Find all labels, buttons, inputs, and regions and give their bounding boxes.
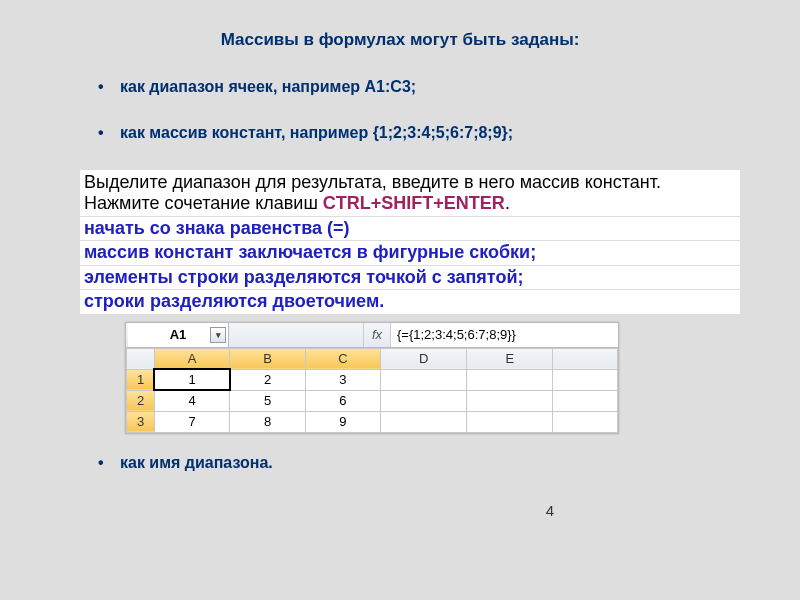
hotkey-text: CTRL+SHIFT+ENTER <box>323 193 505 213</box>
instruction-suffix: . <box>505 193 510 213</box>
cell-d3[interactable] <box>381 411 467 432</box>
col-header-extra[interactable] <box>553 348 618 369</box>
cell-b3[interactable]: 8 <box>230 411 305 432</box>
note-colon: строки разделяются двоеточием. <box>80 289 740 313</box>
instruction-line2: Нажмите сочетание клавиш CTRL+SHIFT+ENTE… <box>80 193 740 216</box>
col-header-d[interactable]: D <box>381 348 467 369</box>
cell-d1[interactable] <box>381 369 467 390</box>
note-braces: массив констант заключается в фигурные с… <box>80 240 740 264</box>
cell-f3[interactable] <box>553 411 618 432</box>
instruction-prefix: Нажмите сочетание клавиш <box>84 193 323 213</box>
row-header-3[interactable]: 3 <box>127 411 155 432</box>
cell-b1[interactable]: 2 <box>230 369 305 390</box>
cell-e1[interactable] <box>467 369 553 390</box>
cell-a2[interactable]: 4 <box>154 390 229 411</box>
name-box[interactable]: A1 ▾ <box>128 323 229 347</box>
table-row: 3 7 8 9 <box>127 411 618 432</box>
cell-d2[interactable] <box>381 390 467 411</box>
bullet-range: как диапазон ячеек, например А1:С3; <box>120 78 740 96</box>
cell-e2[interactable] <box>467 390 553 411</box>
note-semicolon: элементы строки разделяются точкой с зап… <box>80 265 740 289</box>
instruction-box: Выделите диапазон для результата, введит… <box>80 170 740 314</box>
instruction-line1: Выделите диапазон для результата, введит… <box>80 170 740 193</box>
formula-bar[interactable]: {={1;2;3:4;5;6:7;8;9}} <box>391 323 618 347</box>
row-header-1[interactable]: 1 <box>127 369 155 390</box>
col-header-c[interactable]: C <box>305 348 380 369</box>
cell-f1[interactable] <box>553 369 618 390</box>
cell-b2[interactable]: 5 <box>230 390 305 411</box>
select-all-corner[interactable] <box>127 348 155 369</box>
cell-a1[interactable]: 1 <box>154 369 229 390</box>
page-number: 4 <box>60 502 740 519</box>
col-header-b[interactable]: B <box>230 348 305 369</box>
table-row: 1 1 2 3 <box>127 369 618 390</box>
cell-c2[interactable]: 6 <box>305 390 380 411</box>
grid[interactable]: A B C D E 1 1 2 3 2 4 5 6 <box>126 348 618 433</box>
cell-c3[interactable]: 9 <box>305 411 380 432</box>
bullet-range-name: как имя диапазона. <box>120 454 740 472</box>
spreadsheet: A1 ▾ fx {={1;2;3:4;5;6:7;8;9}} A B C D E… <box>125 322 619 434</box>
row-header-2[interactable]: 2 <box>127 390 155 411</box>
col-header-e[interactable]: E <box>467 348 553 369</box>
chevron-down-icon[interactable]: ▾ <box>210 327 226 343</box>
fx-icon[interactable]: fx <box>363 323 391 347</box>
cell-e3[interactable] <box>467 411 553 432</box>
cell-a3[interactable]: 7 <box>154 411 229 432</box>
col-header-row: A B C D E <box>127 348 618 369</box>
cell-c1[interactable]: 3 <box>305 369 380 390</box>
col-header-a[interactable]: A <box>154 348 229 369</box>
name-box-value: A1 <box>170 327 187 342</box>
formula-bar-row: A1 ▾ fx {={1;2;3:4;5;6:7;8;9}} <box>126 323 618 348</box>
bullet-array-const: как массив констант, например {1;2;3:4;5… <box>120 124 740 142</box>
slide-title: Массивы в формулах могут быть заданы: <box>60 30 740 50</box>
note-equals: начать со знака равенства (=) <box>80 216 740 240</box>
cell-f2[interactable] <box>553 390 618 411</box>
table-row: 2 4 5 6 <box>127 390 618 411</box>
